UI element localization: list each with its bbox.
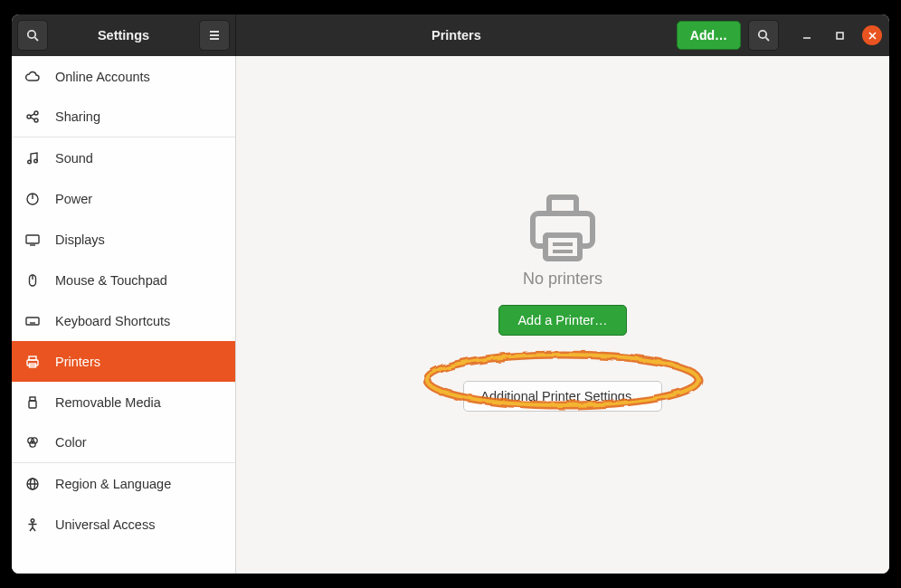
minimize-button[interactable] xyxy=(797,25,817,45)
add-printer-button[interactable]: Add a Printer… xyxy=(498,305,626,336)
color-icon xyxy=(24,434,41,450)
sidebar-item-label: Displays xyxy=(55,232,105,247)
cloud-icon xyxy=(24,69,41,85)
sidebar-item-keyboard[interactable]: Keyboard Shortcuts xyxy=(12,300,235,341)
content-area: Online AccountsSharingSoundPowerDisplays… xyxy=(12,56,889,574)
sidebar-item-displays[interactable]: Displays xyxy=(12,219,235,260)
svg-point-17 xyxy=(34,159,38,163)
printer-large-icon xyxy=(526,192,600,264)
sidebar-item-sound[interactable]: Sound xyxy=(12,138,235,178)
globe-icon xyxy=(24,476,41,492)
sidebar-item-label: Sharing xyxy=(55,109,100,124)
headerbar-right: Printers Add… xyxy=(236,14,889,56)
svg-line-14 xyxy=(31,114,35,116)
svg-line-43 xyxy=(30,527,33,531)
person-icon xyxy=(24,517,41,533)
display-icon xyxy=(24,232,41,248)
headerbar-add-button[interactable]: Add… xyxy=(677,21,741,50)
headerbar-add-label: Add… xyxy=(690,28,727,43)
svg-rect-33 xyxy=(29,401,36,408)
power-icon xyxy=(24,191,41,207)
share-icon xyxy=(24,109,41,125)
svg-line-6 xyxy=(765,37,769,41)
sidebar-item-label: Printers xyxy=(55,355,100,369)
hamburger-menu-button[interactable] xyxy=(199,20,230,51)
svg-point-5 xyxy=(759,31,766,38)
additional-settings-label: Additional Printer Settings… xyxy=(480,389,644,403)
sidebar-item-removable-media[interactable]: Removable Media xyxy=(12,382,235,422)
maximize-button[interactable] xyxy=(830,25,849,45)
svg-line-44 xyxy=(33,527,35,531)
sidebar-item-power[interactable]: Power xyxy=(12,178,235,219)
usb-icon xyxy=(24,394,41,411)
svg-rect-30 xyxy=(27,360,38,365)
music-icon xyxy=(24,150,41,166)
mouse-icon xyxy=(24,272,41,289)
additional-printer-settings-button[interactable]: Additional Printer Settings… xyxy=(463,381,661,412)
svg-line-15 xyxy=(31,118,35,119)
sidebar-item-label: Mouse & Touchpad xyxy=(55,273,167,288)
svg-point-0 xyxy=(28,31,35,38)
svg-point-40 xyxy=(31,518,34,522)
svg-rect-20 xyxy=(26,235,39,243)
minimize-icon xyxy=(801,30,812,41)
sidebar-item-label: Universal Access xyxy=(55,517,155,532)
sidebar-item-region-language[interactable]: Region & Language xyxy=(12,463,235,504)
sidebar-item-mouse-touchpad[interactable]: Mouse & Touchpad xyxy=(12,260,235,300)
sidebar-item-label: Region & Language xyxy=(55,477,171,491)
svg-point-16 xyxy=(28,160,32,164)
svg-rect-8 xyxy=(837,33,843,39)
sidebar-item-color[interactable]: Color xyxy=(12,422,235,463)
search-icon xyxy=(25,28,40,43)
search-icon xyxy=(756,28,771,43)
headerbar-left: Settings xyxy=(12,14,236,56)
printer-icon xyxy=(24,354,41,370)
add-printer-label: Add a Printer… xyxy=(517,313,607,327)
sidebar-item-label: Sound xyxy=(55,151,93,166)
menu-icon xyxy=(207,28,222,43)
no-printers-label: No printers xyxy=(523,270,602,289)
main-panel: No printers Add a Printer… Additional Pr… xyxy=(236,56,889,574)
close-icon xyxy=(868,31,877,41)
window-controls xyxy=(797,25,882,45)
maximize-icon xyxy=(835,31,845,41)
sidebar-item-label: Removable Media xyxy=(55,395,161,410)
sidebar-item-label: Keyboard Shortcuts xyxy=(55,314,170,328)
keyboard-icon xyxy=(24,313,41,329)
svg-rect-47 xyxy=(545,235,580,259)
headerbar: Settings Printers Add… xyxy=(12,14,889,56)
settings-title: Settings xyxy=(53,28,194,43)
svg-line-1 xyxy=(34,37,38,41)
settings-window: Settings Printers Add… xyxy=(12,14,889,574)
sidebar-item-universal-access[interactable]: Universal Access xyxy=(12,504,235,545)
sidebar-item-label: Online Accounts xyxy=(55,70,150,84)
sidebar: Online AccountsSharingSoundPowerDisplays… xyxy=(12,56,236,574)
sidebar-item-sharing[interactable]: Sharing xyxy=(12,97,235,138)
sidebar-item-printers[interactable]: Printers xyxy=(12,341,235,382)
sidebar-item-label: Color xyxy=(55,435,87,450)
sidebar-search-button[interactable] xyxy=(17,20,48,51)
close-button[interactable] xyxy=(862,25,882,45)
sidebar-item-online-accounts[interactable]: Online Accounts xyxy=(12,56,235,97)
sidebar-item-label: Power xyxy=(55,192,92,206)
headerbar-search-button[interactable] xyxy=(748,20,779,51)
svg-rect-24 xyxy=(26,318,39,325)
page-title: Printers xyxy=(432,28,481,43)
